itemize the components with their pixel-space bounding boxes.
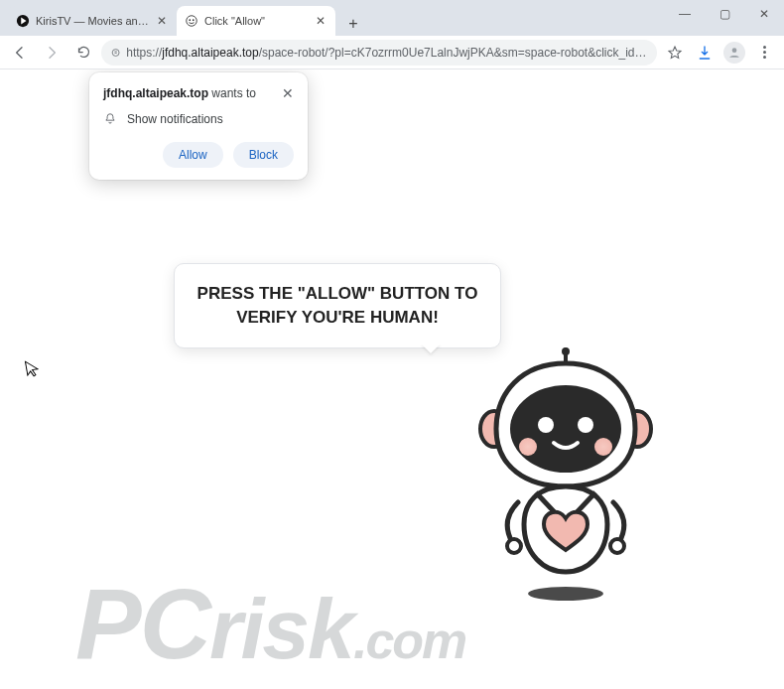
reload-button[interactable] [69, 39, 97, 67]
tab-close-icon[interactable]: ✕ [314, 14, 327, 28]
svg-point-15 [538, 417, 554, 433]
watermark-text: PCrisk.com [75, 567, 465, 681]
tab-favicon-icon [185, 14, 198, 28]
block-button[interactable]: Block [233, 142, 294, 168]
url-path: /space-robot/?pl=cK7ozrrm0Ue7LalnJwjPKA&… [259, 46, 647, 60]
tab-strip: KirisTV — Movies and Series D... ✕ Click… [8, 2, 365, 36]
svg-point-20 [610, 539, 624, 553]
download-icon[interactable] [691, 39, 719, 67]
browser-titlebar: KirisTV — Movies and Series D... ✕ Click… [0, 0, 784, 36]
svg-point-2 [187, 16, 197, 27]
watermark-rest: risk [209, 581, 353, 676]
toolbar-right [661, 39, 778, 67]
window-minimize-button[interactable]: — [665, 0, 705, 28]
notification-permission-popup: jfdhq.altaipeak.top wants to ✕ Show noti… [89, 72, 308, 180]
permission-origin: jfdhq.altaipeak.top [103, 86, 208, 100]
forward-button[interactable] [38, 39, 65, 67]
window-close-button[interactable]: ✕ [744, 0, 784, 28]
site-info-icon[interactable] [111, 47, 120, 59]
window-controls: — ▢ ✕ [665, 0, 784, 28]
url-scheme: https:// [126, 46, 162, 60]
tab-inactive[interactable]: KirisTV — Movies and Series D... ✕ [8, 6, 177, 36]
watermark-p: P [75, 568, 140, 679]
permission-wants-to: wants to [208, 86, 256, 100]
mouse-cursor-icon [24, 358, 41, 381]
window-maximize-button[interactable]: ▢ [705, 0, 744, 28]
tab-title: Click "Allow" [204, 15, 308, 27]
watermark-c: C [140, 568, 209, 679]
tab-favicon-icon [16, 14, 30, 28]
permission-origin-text: jfdhq.altaipeak.top wants to [103, 86, 256, 100]
svg-point-9 [528, 587, 603, 601]
svg-point-14 [510, 385, 621, 473]
profile-avatar-icon[interactable] [720, 39, 748, 67]
address-bar[interactable]: https://jfdhq.altaipeak.top/space-robot/… [101, 40, 657, 66]
svg-point-16 [578, 417, 593, 433]
speech-text: PRESS THE "ALLOW" BUTTON TO VERIFY YOU'R… [197, 284, 478, 327]
page-viewport: jfdhq.altaipeak.top wants to ✕ Show noti… [0, 69, 784, 689]
browser-toolbar: https://jfdhq.altaipeak.top/space-robot/… [0, 36, 784, 69]
svg-point-18 [594, 438, 612, 456]
svg-point-19 [507, 539, 521, 553]
robot-illustration [466, 347, 665, 606]
bell-icon [103, 112, 117, 126]
svg-point-8 [732, 48, 737, 53]
tab-close-icon[interactable]: ✕ [155, 14, 169, 28]
speech-bubble: PRESS THE "ALLOW" BUTTON TO VERIFY YOU'R… [174, 263, 501, 348]
url-host: jfdhq.altaipeak.top [162, 46, 258, 60]
watermark-tld: .com [353, 612, 465, 669]
svg-point-13 [562, 347, 570, 355]
back-button[interactable] [6, 39, 34, 67]
svg-point-17 [519, 438, 537, 456]
svg-point-3 [189, 19, 191, 21]
allow-button[interactable]: Allow [163, 142, 223, 168]
tab-title: KirisTV — Movies and Series D... [36, 15, 149, 27]
svg-point-4 [193, 19, 195, 21]
url-text: https://jfdhq.altaipeak.top/space-robot/… [126, 46, 647, 60]
new-tab-button[interactable]: + [341, 12, 365, 36]
bookmark-star-icon[interactable] [661, 39, 689, 67]
permission-line: Show notifications [127, 112, 223, 126]
kebab-menu-icon[interactable] [750, 39, 778, 67]
tab-active[interactable]: Click "Allow" ✕ [177, 6, 335, 36]
permission-close-icon[interactable]: ✕ [282, 86, 294, 100]
